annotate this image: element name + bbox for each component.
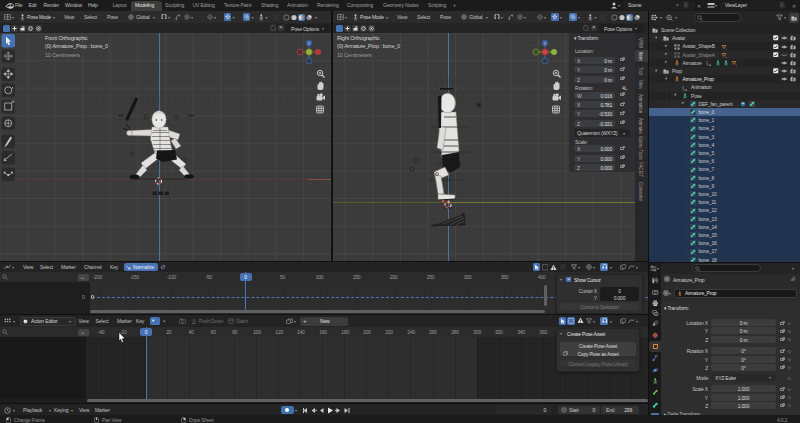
svg-text:8: 8 [726,47,728,50]
svg-text:8: 8 [736,64,738,67]
svg-text:8: 8 [726,55,728,58]
